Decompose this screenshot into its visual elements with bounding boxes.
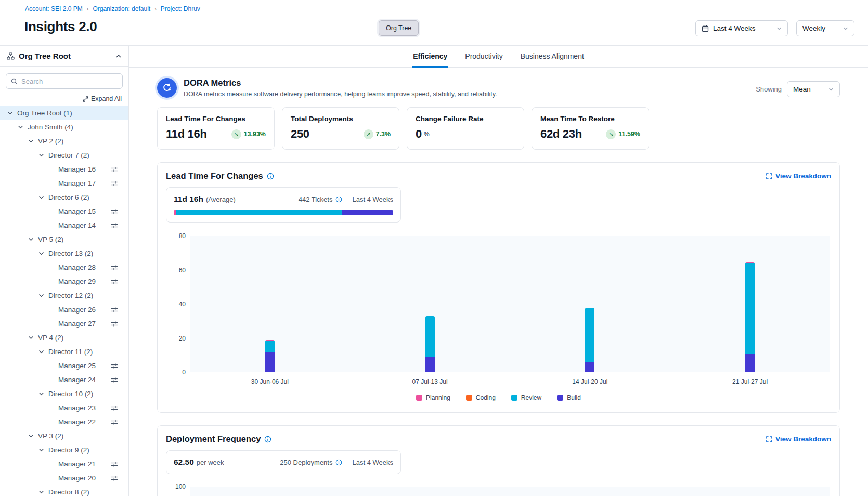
- breadcrumb-link[interactable]: Organization: default: [93, 5, 150, 12]
- chevron-down-icon[interactable]: [38, 292, 45, 299]
- deployment-view-breakdown-link[interactable]: View Breakdown: [766, 435, 831, 443]
- tree-item[interactable]: Manager 25: [0, 359, 128, 373]
- tree-item[interactable]: Manager 29: [0, 275, 128, 289]
- tree-item[interactable]: Manager 21: [0, 457, 128, 471]
- showing-select[interactable]: Mean: [787, 81, 840, 97]
- tree-item[interactable]: VP 3 (2): [0, 429, 128, 443]
- breadcrumb-link[interactable]: Project: Dhruv: [161, 5, 200, 12]
- chevron-down-icon[interactable]: [17, 124, 24, 130]
- filter-sliders-icon[interactable]: [111, 223, 118, 229]
- stacked-bar[interactable]: [425, 316, 435, 372]
- chevron-down-icon[interactable]: [38, 194, 45, 201]
- tree-item[interactable]: Manager 24: [0, 373, 128, 387]
- tree-item[interactable]: Director 6 (2): [0, 190, 128, 204]
- tree-item[interactable]: Director 13 (2): [0, 246, 128, 260]
- metric-card: Total Deployments250↗7.3%: [282, 107, 399, 150]
- chevron-down-icon[interactable]: [28, 138, 35, 145]
- filter-sliders-icon[interactable]: [111, 208, 118, 215]
- search-input[interactable]: [21, 77, 118, 85]
- tree-item-label: Manager 17: [58, 179, 96, 187]
- chevron-down-icon[interactable]: [38, 447, 45, 453]
- tree-item[interactable]: VP 2 (2): [0, 134, 128, 148]
- filter-sliders-icon[interactable]: [111, 307, 118, 313]
- org-hierarchy-icon: [7, 52, 15, 60]
- chevron-down-icon[interactable]: [28, 433, 35, 439]
- info-icon[interactable]: [267, 173, 274, 180]
- chevron-down-icon[interactable]: [38, 489, 45, 495]
- chevron-down-icon[interactable]: [7, 110, 14, 116]
- info-icon[interactable]: [335, 459, 342, 466]
- filter-sliders-icon[interactable]: [111, 419, 118, 425]
- tree-item[interactable]: Director 12 (2): [0, 289, 128, 303]
- filter-sliders-icon[interactable]: [111, 377, 118, 383]
- tab-business-alignment[interactable]: Business Alignment: [520, 52, 585, 68]
- tree-item[interactable]: Manager 22: [0, 415, 128, 429]
- chevron-down-icon[interactable]: [38, 348, 45, 355]
- filter-sliders-icon[interactable]: [111, 363, 118, 369]
- chevron-down-icon[interactable]: [28, 236, 35, 243]
- granularity-select[interactable]: Weekly: [796, 20, 854, 36]
- chevron-down-icon[interactable]: [38, 250, 45, 257]
- tree-item[interactable]: Manager 23: [0, 401, 128, 415]
- tree-item[interactable]: Manager 14: [0, 218, 128, 232]
- expand-all-link[interactable]: Expand All: [83, 95, 122, 102]
- chevron-down-icon[interactable]: [38, 390, 45, 397]
- tree-item[interactable]: John Smith (4): [0, 120, 128, 134]
- tree-item[interactable]: Director 9 (2): [0, 443, 128, 457]
- filter-sliders-icon[interactable]: [111, 405, 118, 411]
- legend-item-review[interactable]: Review: [511, 394, 541, 401]
- filter-sliders-icon[interactable]: [111, 166, 118, 173]
- lead-time-view-breakdown-link[interactable]: View Breakdown: [766, 172, 831, 180]
- legend-item-planning[interactable]: Planning: [416, 394, 450, 401]
- trend-arrow-icon: ↗: [364, 129, 373, 139]
- info-icon[interactable]: [264, 436, 271, 443]
- tree-item[interactable]: Director 10 (2): [0, 387, 128, 401]
- org-tree-search[interactable]: [6, 73, 123, 89]
- y-axis-tick: 20: [167, 335, 186, 342]
- filter-sliders-icon[interactable]: [111, 475, 118, 481]
- filter-sliders-icon[interactable]: [111, 321, 118, 327]
- y-axis-tick: 100: [167, 483, 186, 490]
- metric-card: Lead Time For Changes11d 16h↘13.93%: [157, 107, 275, 150]
- tab-efficiency[interactable]: Efficiency: [412, 52, 448, 68]
- info-icon[interactable]: [335, 196, 342, 203]
- divider: [347, 459, 347, 466]
- tree-item[interactable]: VP 5 (2): [0, 232, 128, 246]
- tree-item[interactable]: Manager 17: [0, 176, 128, 190]
- tree-item[interactable]: Manager 20: [0, 471, 128, 485]
- tree-item[interactable]: Director 7 (2): [0, 148, 128, 162]
- tree-item[interactable]: Manager 16: [0, 162, 128, 176]
- filter-sliders-icon[interactable]: [111, 180, 118, 187]
- tree-item[interactable]: VP 4 (2): [0, 331, 128, 345]
- filter-sliders-icon[interactable]: [111, 461, 118, 467]
- metric-card-value-row: 62d 23h↘11.59%: [540, 127, 640, 141]
- breadcrumb-link[interactable]: Account: SEI 2.0 PM: [25, 5, 83, 12]
- stacked-bar[interactable]: [745, 262, 755, 372]
- tree-item[interactable]: Director 11 (2): [0, 345, 128, 359]
- filter-sliders-icon[interactable]: [111, 265, 118, 271]
- stacked-bar[interactable]: [585, 308, 594, 372]
- chevron-down-icon[interactable]: [28, 334, 35, 341]
- tree-item[interactable]: Manager 26: [0, 303, 128, 317]
- legend-item-build[interactable]: Build: [557, 394, 581, 401]
- tab-productivity[interactable]: Productivity: [464, 52, 503, 68]
- stacked-bar[interactable]: [265, 340, 275, 372]
- metric-card-value: 0: [416, 127, 422, 141]
- lead-time-title-wrap: Lead Time For Changes: [166, 171, 274, 181]
- gridline: [190, 338, 830, 338]
- collapse-panel-icon[interactable]: [115, 53, 122, 59]
- org-tree-button[interactable]: Org Tree: [379, 20, 419, 36]
- y-axis-tick: 80: [167, 232, 186, 240]
- tree-item[interactable]: Org Tree Root (1): [0, 106, 128, 120]
- tree-item[interactable]: Manager 27: [0, 317, 128, 331]
- tree-item[interactable]: Director 8 (2): [0, 485, 128, 496]
- legend-item-coding[interactable]: Coding: [466, 394, 496, 401]
- date-range-select[interactable]: Last 4 Weeks: [695, 20, 788, 36]
- period-label: Last 4 Weeks: [352, 195, 393, 203]
- dora-header: DORA Metrics DORA metrics measure softwa…: [157, 78, 840, 98]
- tree-item[interactable]: Manager 15: [0, 204, 128, 218]
- bar-segment-build: [585, 362, 594, 372]
- tree-item[interactable]: Manager 28: [0, 260, 128, 275]
- filter-sliders-icon[interactable]: [111, 279, 118, 285]
- chevron-down-icon[interactable]: [38, 152, 45, 159]
